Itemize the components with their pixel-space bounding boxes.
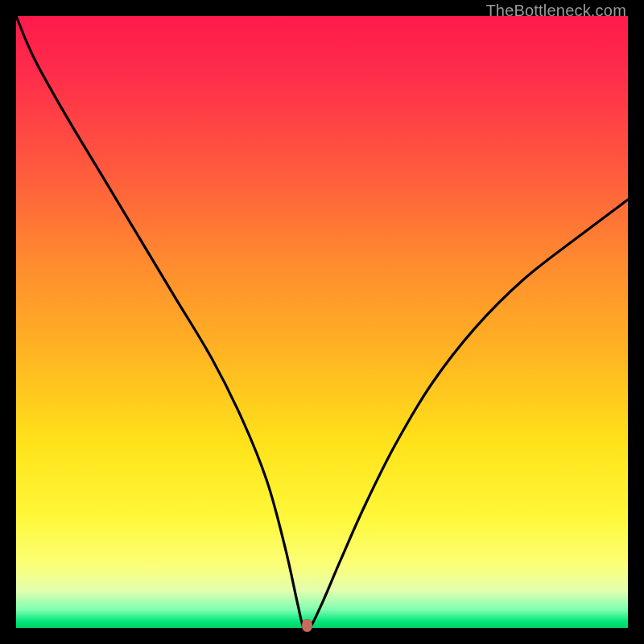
- watermark-text: TheBottleneck.com: [485, 2, 626, 20]
- chart-plot-area: [16, 16, 628, 628]
- optimal-point-marker: [302, 619, 312, 632]
- chart-frame: TheBottleneck.com: [0, 0, 644, 644]
- bottleneck-curve: [16, 16, 628, 628]
- curve-path: [16, 16, 628, 631]
